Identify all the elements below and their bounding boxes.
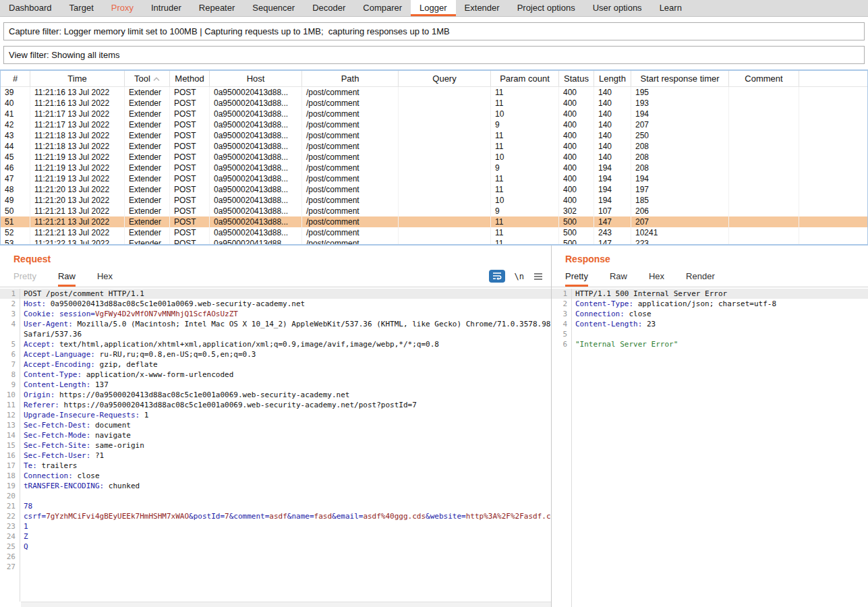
- cell-host: 0a9500020413d88...: [210, 163, 302, 173]
- main-tab-dashboard[interactable]: Dashboard: [0, 0, 61, 16]
- main-tab-proxy[interactable]: Proxy: [103, 0, 142, 16]
- main-tab-project-options[interactable]: Project options: [509, 0, 584, 16]
- word-wrap-toggle-icon[interactable]: [489, 270, 505, 283]
- cell-method: POST: [170, 206, 210, 216]
- editor-line: 26: [0, 552, 551, 562]
- main-tab-target[interactable]: Target: [61, 0, 103, 16]
- request-editor-hscrollbar[interactable]: [21, 602, 551, 607]
- cell-time: 11:21:18 13 Jul 2022: [30, 141, 125, 152]
- cell-query: [399, 173, 491, 184]
- line-content: Connection: close: [20, 471, 551, 481]
- column-header-blank[interactable]: #: [1, 71, 30, 86]
- line-content: csrf=7gYzhMCiFvi4gBEyUEEk7HmHSHM7xWAO&po…: [20, 511, 551, 521]
- table-row[interactable]: 4911:21:20 13 Jul 2022ExtenderPOST0a9500…: [1, 195, 867, 206]
- line-number: 2: [0, 299, 20, 309]
- column-label: Query: [432, 74, 456, 84]
- response-editor[interactable]: 1HTTP/1.1 500 Internal Server Error2Cont…: [552, 289, 868, 607]
- line-content: Referer: https://0a9500020413d88ac08c5c1…: [20, 400, 551, 410]
- editor-line: 9Content-Length: 137: [0, 380, 551, 390]
- view-filter-bar[interactable]: View filter: Showing all items: [3, 46, 865, 64]
- cell-blank: 43: [1, 130, 30, 141]
- capture-filter-bar[interactable]: Capture filter: Logger memory limit set …: [3, 22, 865, 40]
- table-row[interactable]: 4411:21:18 13 Jul 2022ExtenderPOST0a9500…: [1, 141, 867, 152]
- line-content: Accept-Encoding: gzip, deflate: [20, 359, 551, 370]
- line-number: 11: [0, 400, 20, 410]
- column-header-param-count[interactable]: Param count: [491, 71, 559, 86]
- main-tab-intruder[interactable]: Intruder: [142, 0, 190, 16]
- column-label: Param count: [500, 74, 550, 84]
- table-row[interactable]: 4511:21:19 13 Jul 2022ExtenderPOST0a9500…: [1, 152, 867, 163]
- main-tab-logger[interactable]: Logger: [411, 0, 455, 16]
- table-row[interactable]: 4211:21:17 13 Jul 2022ExtenderPOST0a9500…: [1, 119, 867, 130]
- response-tab-hex[interactable]: Hex: [649, 267, 664, 287]
- line-content: [572, 329, 868, 339]
- log-table-header: #TimeToolMethodHostPathQueryParam countS…: [1, 71, 867, 87]
- column-header-query[interactable]: Query: [399, 71, 491, 86]
- cell-filler: [799, 130, 867, 141]
- table-row[interactable]: 4311:21:18 13 Jul 2022ExtenderPOST0a9500…: [1, 130, 867, 141]
- table-row[interactable]: 5011:21:21 13 Jul 2022ExtenderPOST0a9500…: [1, 206, 867, 216]
- main-tab-sequencer[interactable]: Sequencer: [243, 0, 303, 16]
- cell-blank: 50: [1, 206, 30, 216]
- table-row[interactable]: 5311:21:22 13 Jul 2022ExtenderPOST0a9500…: [1, 238, 867, 244]
- cell-comment: [729, 216, 799, 227]
- cell-time: 11:21:20 13 Jul 2022: [30, 195, 125, 206]
- cell-start-response-timer: 197: [631, 184, 729, 195]
- table-row[interactable]: 3911:21:16 13 Jul 2022ExtenderPOST0a9500…: [1, 87, 867, 98]
- column-header-host[interactable]: Host: [210, 71, 302, 86]
- table-row[interactable]: 5211:21:21 13 Jul 2022ExtenderPOST0a9500…: [1, 227, 867, 238]
- show-newlines-toggle[interactable]: \n: [515, 272, 524, 281]
- response-tab-render[interactable]: Render: [686, 267, 715, 287]
- request-panel-title: Request: [13, 254, 551, 264]
- cell-filler: [799, 152, 867, 163]
- cell-tool: Extender: [125, 206, 170, 216]
- main-tab-comparer[interactable]: Comparer: [354, 0, 411, 16]
- table-row[interactable]: 4711:21:19 13 Jul 2022ExtenderPOST0a9500…: [1, 173, 867, 184]
- cell-filler: [799, 163, 867, 173]
- line-content: "Internal Server Error": [572, 339, 868, 349]
- main-tab-learn[interactable]: Learn: [651, 0, 691, 16]
- cell-tool: Extender: [125, 184, 170, 195]
- cell-blank: 48: [1, 184, 30, 195]
- cell-comment: [729, 130, 799, 141]
- table-row-selected[interactable]: 5111:21:21 13 Jul 2022ExtenderPOST0a9500…: [1, 216, 867, 227]
- column-header-status[interactable]: Status: [559, 71, 594, 86]
- request-editor[interactable]: 1POST /post/comment HTTP/1.12Host: 0a950…: [0, 289, 551, 602]
- cell-status: 500: [559, 216, 594, 227]
- editor-line: 2178: [0, 501, 551, 511]
- response-tab-raw[interactable]: Raw: [610, 267, 627, 287]
- column-header-length[interactable]: Length: [594, 71, 631, 86]
- cell-path: /post/comment: [302, 163, 399, 173]
- main-tab-repeater[interactable]: Repeater: [190, 0, 243, 16]
- column-label: Path: [341, 74, 359, 84]
- table-row[interactable]: 4011:21:16 13 Jul 2022ExtenderPOST0a9500…: [1, 98, 867, 109]
- table-row[interactable]: 4811:21:20 13 Jul 2022ExtenderPOST0a9500…: [1, 184, 867, 195]
- cell-comment: [729, 87, 799, 98]
- editor-line: 24Z: [0, 531, 551, 542]
- request-tab-hex[interactable]: Hex: [97, 267, 113, 287]
- cell-start-response-timer: 193: [631, 98, 729, 109]
- table-row[interactable]: 4611:21:19 13 Jul 2022ExtenderPOST0a9500…: [1, 163, 867, 173]
- column-header-tool[interactable]: Tool: [125, 71, 170, 86]
- response-tab-pretty[interactable]: Pretty: [565, 267, 588, 287]
- table-row[interactable]: 4111:21:17 13 Jul 2022ExtenderPOST0a9500…: [1, 109, 867, 119]
- cell-method: POST: [170, 109, 210, 119]
- column-header-time[interactable]: Time: [30, 71, 125, 86]
- column-header-comment[interactable]: Comment: [729, 71, 799, 86]
- cell-path: /post/comment: [302, 98, 399, 109]
- message-editor-split: Request PrettyRawHex \n: [0, 245, 868, 607]
- column-header-method[interactable]: Method: [170, 71, 210, 86]
- main-tab-decoder[interactable]: Decoder: [303, 0, 354, 16]
- column-header-start-response-timer[interactable]: Start response timer: [631, 71, 729, 86]
- column-header-path[interactable]: Path: [302, 71, 399, 86]
- main-tab-user-options[interactable]: User options: [584, 0, 651, 16]
- cell-path: /post/comment: [302, 206, 399, 216]
- editor-menu-icon[interactable]: [533, 272, 543, 281]
- main-tab-extender[interactable]: Extender: [456, 0, 509, 16]
- request-tab-pretty[interactable]: Pretty: [13, 267, 36, 287]
- log-table: #TimeToolMethodHostPathQueryParam countS…: [0, 69, 868, 245]
- cell-start-response-timer: 206: [631, 206, 729, 216]
- request-tab-raw[interactable]: Raw: [58, 267, 76, 287]
- cell-start-response-timer: 208: [631, 163, 729, 173]
- line-number: 9: [0, 380, 20, 390]
